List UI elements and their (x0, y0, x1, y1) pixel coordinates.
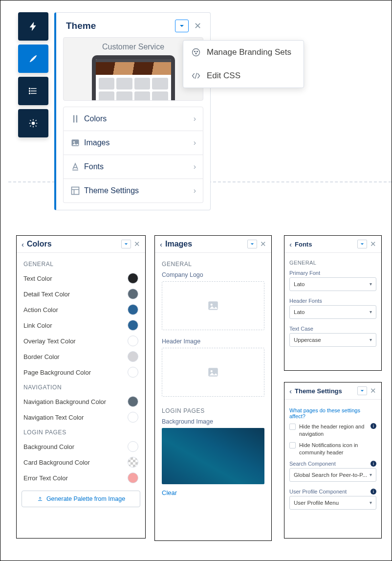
header-font-select[interactable]: Lato▾ (289, 305, 376, 319)
color-swatch[interactable] (128, 367, 138, 378)
color-swatch[interactable] (128, 441, 138, 452)
theme-close-button[interactable]: ✕ (193, 21, 202, 31)
checkbox[interactable] (289, 424, 296, 430)
theme-settings-panel: ‹ Theme Settings ✕ What pages do these s… (284, 382, 382, 539)
color-swatch[interactable] (128, 336, 138, 346)
field-label: Header Fonts (284, 295, 381, 305)
svg-point-8 (195, 51, 196, 52)
primary-font-select[interactable]: Lato▾ (289, 277, 376, 291)
info-icon[interactable]: i (370, 423, 376, 429)
theme-row-fonts[interactable]: Fonts › (63, 155, 203, 179)
image-icon (70, 138, 84, 148)
theme-preview-card[interactable]: Customer Service (63, 37, 203, 101)
back-button[interactable]: ‹ (289, 387, 295, 395)
image-icon (207, 299, 219, 312)
images-panel: ‹ Images ✕ GENERAL Company Logo Header I… (154, 235, 272, 541)
hide-notifications-option: Hide Notifications icon in community hea… (284, 440, 381, 458)
section-heading: LOGIN PAGES (17, 425, 145, 439)
color-row: Link Color (17, 317, 145, 333)
menu-item-label: Manage Branding Sets (207, 47, 291, 57)
color-row: Border Color (17, 349, 145, 364)
panel-dropdown-button[interactable] (357, 240, 367, 248)
field-label: User Profile Componenti (284, 486, 381, 496)
generate-palette-button[interactable]: Generate Palette from Image (22, 491, 140, 507)
field-label: Background Image (155, 417, 271, 428)
image-icon (207, 366, 219, 379)
help-link[interactable]: What pages do these settings affect? (284, 404, 381, 421)
menu-manage-branding[interactable]: Manage Branding Sets (183, 41, 304, 64)
svg-point-5 (73, 141, 75, 143)
svg-point-14 (211, 370, 213, 372)
header-image-upload[interactable] (162, 348, 264, 397)
info-icon[interactable]: i (370, 461, 376, 467)
theme-dropdown-menu: Manage Branding Sets Edit CSS (183, 40, 304, 88)
color-swatch[interactable] (128, 396, 138, 407)
theme-row-label: Images (84, 138, 109, 147)
checkbox[interactable] (289, 442, 296, 449)
text-case-select[interactable]: Uppercase▾ (289, 333, 376, 347)
color-swatch[interactable] (128, 472, 138, 483)
panel-close-button[interactable]: ✕ (260, 240, 266, 248)
rail-list-button[interactable] (18, 77, 48, 105)
chevron-right-icon: › (194, 186, 196, 195)
color-label: Overlay Text Color (23, 337, 128, 345)
back-button[interactable]: ‹ (160, 240, 165, 248)
color-label: Text Color (23, 275, 128, 282)
color-label: Detail Text Color (23, 291, 128, 298)
fonts-panel: ‹ Fonts ✕ GENERAL Primary Font Lato▾ Hea… (284, 235, 382, 371)
theme-row-label: Colors (84, 114, 107, 123)
theme-title: Theme (66, 21, 175, 31)
back-button[interactable]: ‹ (289, 240, 295, 248)
panel-close-button[interactable]: ✕ (370, 386, 376, 395)
svg-point-1 (29, 90, 30, 91)
panel-dropdown-button[interactable] (357, 386, 367, 395)
rail-brush-button[interactable] (18, 45, 48, 73)
back-button[interactable]: ‹ (22, 240, 27, 248)
color-row: Action Color (17, 302, 145, 317)
login-bg-image[interactable] (162, 428, 264, 484)
profile-component-select[interactable]: User Profile Menu▾ (289, 496, 376, 510)
color-swatch[interactable] (128, 320, 138, 331)
brush-icon (28, 54, 38, 64)
panel-close-button[interactable]: ✕ (134, 240, 140, 248)
section-heading: GENERAL (155, 257, 271, 270)
code-icon (191, 71, 201, 81)
color-swatch[interactable] (128, 289, 138, 299)
color-swatch[interactable] (128, 304, 138, 315)
field-label: Search Componenti (284, 458, 381, 468)
section-heading: LOGIN PAGES (155, 404, 271, 417)
colors-panel: ‹ Colors ✕ GENERAL Text ColorDetail Text… (16, 235, 146, 539)
rail-gear-button[interactable] (18, 109, 48, 137)
svg-point-2 (29, 93, 30, 94)
rail-lightning-button[interactable] (18, 12, 48, 41)
search-component-select[interactable]: Global Search for Peer-to-P...▾ (289, 468, 376, 482)
theme-row-images[interactable]: Images › (63, 131, 203, 155)
company-logo-upload[interactable] (162, 281, 264, 330)
panel-close-button[interactable]: ✕ (370, 240, 376, 248)
info-icon[interactable]: i (370, 489, 376, 494)
panel-dropdown-button[interactable] (247, 240, 257, 248)
clear-link[interactable]: Clear (155, 487, 271, 501)
color-row: Detail Text Color (17, 286, 145, 302)
color-swatch[interactable] (128, 412, 138, 423)
color-swatch[interactable] (128, 273, 138, 284)
menu-edit-css[interactable]: Edit CSS (183, 64, 304, 88)
device-mock-icon (92, 55, 175, 101)
theme-row-colors[interactable]: Colors › (63, 107, 203, 131)
color-label: Border Color (23, 353, 128, 360)
hide-header-option: Hide the header region and navigation i (284, 421, 381, 440)
field-label: Company Logo (155, 270, 271, 281)
theme-row-label: Theme Settings (84, 186, 139, 195)
color-row: Background Color (17, 439, 145, 454)
color-row: Text Color (17, 270, 145, 286)
color-row: Page Background Color (17, 364, 145, 380)
color-row: Error Text Color (17, 470, 145, 486)
color-label: Card Background Color (23, 459, 128, 466)
panel-dropdown-button[interactable] (121, 240, 131, 248)
font-icon (70, 162, 84, 172)
color-swatch[interactable] (128, 457, 138, 468)
theme-dropdown-button[interactable] (175, 20, 189, 32)
theme-row-settings[interactable]: Theme Settings › (63, 179, 203, 203)
svg-point-7 (193, 49, 200, 56)
color-swatch[interactable] (128, 351, 138, 362)
